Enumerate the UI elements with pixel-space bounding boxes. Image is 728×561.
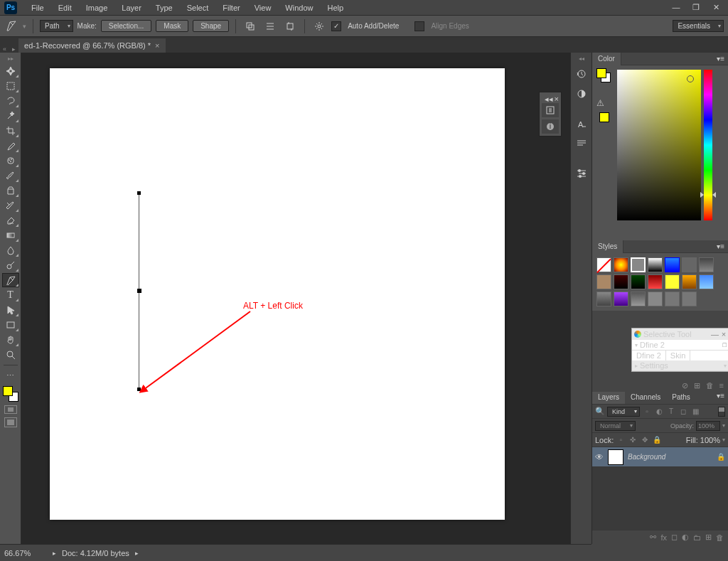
color-panel-menu-icon[interactable]: ▾≡ [713, 55, 728, 63]
anchor-point-bottom[interactable] [137, 388, 141, 391]
screen-mode-icon[interactable] [4, 417, 17, 427]
color-picker-indicator[interactable] [687, 75, 694, 82]
adjustments-panel-icon[interactable] [574, 86, 589, 102]
style-swatch[interactable] [631, 292, 646, 306]
path-selection-tool[interactable] [2, 303, 19, 317]
menu-image[interactable]: Image [79, 1, 115, 14]
move-tool[interactable] [2, 64, 19, 78]
filter-kind-select[interactable]: Kind [607, 407, 640, 417]
close-icon[interactable]: ✕ [710, 3, 722, 12]
brush-settings-panel-icon[interactable] [574, 166, 589, 181]
quick-mask-icon[interactable] [4, 405, 17, 414]
layer-lock-icon[interactable]: 🔒 [717, 453, 725, 461]
selective-tool-close-icon[interactable]: × [720, 330, 727, 338]
path-mode-select[interactable]: Path [40, 20, 73, 32]
edit-toolbar-icon[interactable]: ⋯ [2, 368, 19, 383]
lasso-tool[interactable] [2, 94, 19, 108]
styles-tab[interactable]: Styles [592, 240, 623, 253]
document-info[interactable]: Doc: 4.12M/0 bytes [62, 549, 129, 557]
group-icon[interactable]: 🗀 [693, 533, 701, 542]
maximize-icon[interactable]: ❐ [690, 3, 702, 12]
selective-tool-minimize-icon[interactable]: — [711, 330, 718, 338]
menu-window[interactable]: Window [278, 1, 320, 14]
layer-mask-icon[interactable]: ◻ [671, 533, 678, 542]
style-swatch[interactable] [699, 257, 714, 272]
anchor-point-middle[interactable] [137, 289, 141, 293]
style-swatch[interactable] [682, 257, 697, 272]
layer-visibility-icon[interactable]: 👁 [595, 452, 604, 462]
layers-panel-menu-icon[interactable]: ▾≡ [713, 392, 728, 404]
lock-pixels-icon[interactable]: ▫ [616, 435, 626, 445]
color-field[interactable] [617, 70, 701, 220]
float-panel-close-icon[interactable]: × [555, 95, 559, 101]
document-tab-close-icon[interactable]: × [155, 41, 159, 50]
menu-file[interactable]: File [24, 1, 51, 14]
styles-panel-menu-icon[interactable]: ▾≡ [713, 242, 728, 250]
selective-tool-tab-1[interactable]: Dfine 2 [632, 351, 666, 360]
menu-help[interactable]: Help [320, 1, 350, 14]
zoom-level[interactable]: 66.67% [4, 549, 47, 557]
style-swatch[interactable] [682, 292, 697, 306]
gradient-tool[interactable] [2, 228, 19, 242]
brush-tool[interactable] [2, 169, 19, 183]
minimize-icon[interactable]: — [670, 3, 682, 12]
character-panel-icon[interactable]: A [574, 116, 589, 132]
filter-shape-icon[interactable]: ◻ [678, 407, 688, 417]
style-swatch[interactable] [665, 292, 680, 306]
layer-style-icon[interactable]: fx [660, 533, 667, 542]
floating-properties-panel[interactable]: ◂◂× i [539, 92, 562, 137]
paths-tab[interactable]: Paths [666, 392, 696, 404]
style-swatch[interactable] [596, 257, 611, 272]
style-swatch[interactable] [648, 257, 663, 272]
layer-row-background[interactable]: 👁 Background 🔒 [592, 447, 728, 467]
status-caret-icon[interactable]: ▸ [53, 550, 56, 557]
app-logo[interactable]: Ps [4, 1, 17, 14]
eraser-tool[interactable] [2, 213, 19, 228]
link-layers-icon[interactable]: ⚯ [650, 533, 656, 542]
channels-tab[interactable]: Channels [625, 392, 666, 404]
delete-layer-icon[interactable]: 🗑 [716, 533, 724, 542]
fill-input[interactable]: 100% [700, 436, 720, 444]
tab-scroll-right-icon[interactable]: ▸ [9, 46, 18, 53]
selective-tool-settings[interactable]: Settings [640, 361, 668, 370]
menu-select[interactable]: Select [180, 1, 216, 14]
paragraph-panel-icon[interactable] [574, 136, 589, 151]
selection-button[interactable]: Selection... [101, 20, 151, 32]
anchor-point-top[interactable] [137, 191, 141, 195]
blend-mode-select[interactable]: Normal [595, 421, 636, 431]
path-arrangement-icon[interactable] [282, 19, 298, 33]
style-swatch[interactable] [648, 274, 663, 289]
shape-button[interactable]: Shape [193, 20, 229, 32]
filter-search-icon[interactable]: 🔍 [595, 407, 605, 416]
selective-tool-tab-2[interactable]: Skin [666, 351, 690, 360]
menu-view[interactable]: View [247, 1, 279, 14]
filter-smart-icon[interactable]: ▦ [690, 407, 700, 417]
tool-preset-caret-icon[interactable]: ▾ [23, 23, 26, 30]
zoom-tool[interactable] [2, 348, 19, 362]
filter-pixel-icon[interactable]: ▫ [642, 407, 652, 417]
info-icon[interactable]: i [542, 119, 559, 134]
style-swatch[interactable] [614, 257, 628, 272]
pen-tool[interactable] [2, 273, 19, 287]
filter-type-icon[interactable]: T [666, 407, 676, 417]
selective-tool-row[interactable]: Dfine 2 [640, 341, 665, 349]
style-swatch[interactable] [665, 274, 680, 289]
style-swatch[interactable] [631, 274, 646, 289]
selective-tool-window[interactable]: Selective Tool — × ▾Dfine 2□ Dfine 2 Ski… [631, 328, 728, 372]
align-edges-checkbox[interactable] [414, 21, 424, 31]
delete-style-icon[interactable]: 🗑 [706, 381, 714, 390]
tab-scroll-left-icon[interactable]: « [0, 46, 9, 53]
magic-wand-tool[interactable] [2, 109, 19, 123]
gamut-preview-swatch[interactable] [599, 112, 609, 122]
history-panel-icon[interactable] [574, 66, 589, 82]
lock-image-icon[interactable]: ✥ [640, 435, 650, 445]
clone-stamp-tool[interactable] [2, 183, 19, 198]
new-layer-icon[interactable]: ⊞ [705, 533, 712, 542]
layer-name[interactable]: Background [628, 453, 665, 461]
mask-button[interactable]: Mask [156, 20, 188, 32]
blur-tool[interactable] [2, 243, 19, 257]
layers-tab[interactable]: Layers [592, 392, 625, 404]
style-swatch[interactable] [648, 292, 663, 306]
style-swatch[interactable] [699, 274, 714, 289]
foreground-color-swatch[interactable] [3, 386, 13, 396]
